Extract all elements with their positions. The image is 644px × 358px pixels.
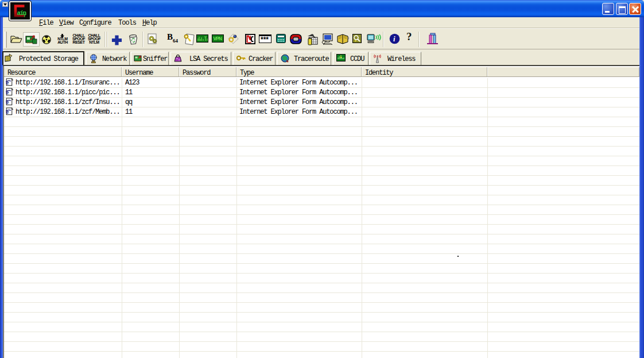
- svg-text:VPN: VPN: [214, 36, 222, 41]
- svg-text:e: e: [6, 79, 9, 86]
- svg-text:e: e: [6, 88, 9, 95]
- svg-text:i: i: [393, 34, 395, 43]
- svg-text:e: e: [6, 98, 9, 105]
- svg-text:e: e: [6, 108, 9, 115]
- svg-text:***: ***: [261, 36, 269, 44]
